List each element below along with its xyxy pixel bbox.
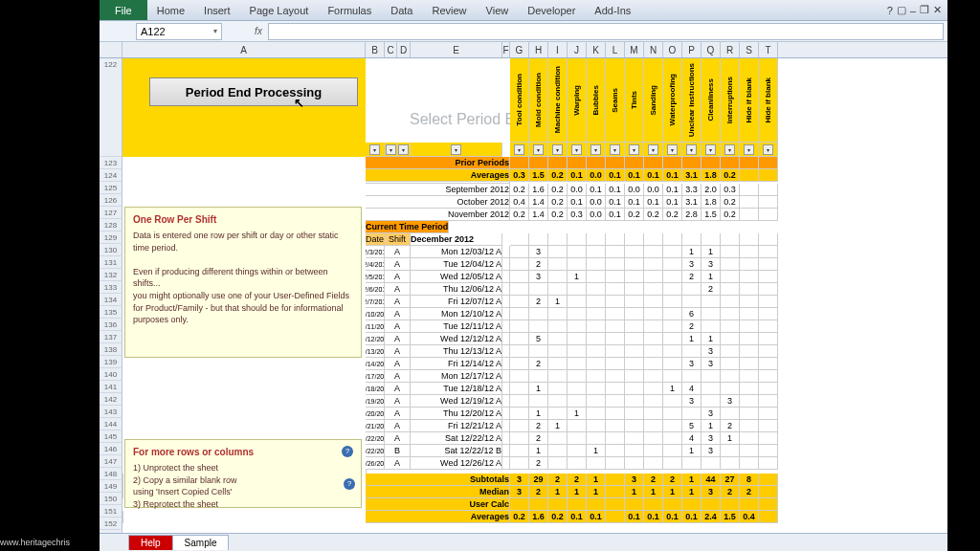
data-cell[interactable]: [548, 308, 568, 320]
data-cell[interactable]: [644, 345, 663, 358]
data-cell[interactable]: [587, 383, 606, 395]
date-cell[interactable]: 12/20/2012: [366, 408, 385, 420]
data-cell[interactable]: [606, 445, 625, 457]
data-cell[interactable]: 2: [529, 296, 548, 308]
data-cell[interactable]: [740, 246, 759, 258]
data-cell[interactable]: 1: [702, 246, 721, 258]
row-header[interactable]: 136: [100, 319, 122, 331]
minimize-icon[interactable]: –: [910, 5, 916, 16]
data-cell[interactable]: [702, 370, 721, 383]
data-cell[interactable]: 1.4: [529, 196, 548, 209]
shift-cell[interactable]: A: [385, 345, 411, 358]
shift-cell[interactable]: A: [385, 432, 411, 445]
data-cell[interactable]: [663, 271, 682, 283]
data-cell[interactable]: 2: [682, 320, 702, 333]
data-cell[interactable]: 1: [682, 246, 702, 258]
data-cell[interactable]: [740, 457, 759, 470]
data-cell[interactable]: [587, 420, 606, 432]
data-cell[interactable]: [721, 345, 740, 358]
data-cell[interactable]: 3: [721, 395, 740, 408]
data-cell[interactable]: [606, 308, 625, 320]
row-header[interactable]: 124: [100, 169, 122, 182]
data-cell[interactable]: [529, 370, 548, 383]
data-cell[interactable]: [510, 420, 529, 432]
ribbon-tab-home[interactable]: Home: [147, 1, 194, 20]
data-cell[interactable]: 0.2: [548, 196, 568, 209]
data-cell[interactable]: [682, 370, 702, 383]
data-cell[interactable]: 1: [529, 383, 548, 395]
filter-button[interactable]: ▾: [686, 144, 697, 155]
data-cell[interactable]: [587, 308, 606, 320]
data-cell[interactable]: [740, 271, 759, 283]
data-cell[interactable]: 0.2: [625, 209, 644, 221]
data-cell[interactable]: 0.2: [548, 209, 568, 221]
column-header[interactable]: R: [721, 42, 740, 57]
data-cell[interactable]: [721, 320, 740, 333]
data-cell[interactable]: [568, 420, 587, 432]
filter-button[interactable]: ▾: [667, 144, 678, 155]
row-header[interactable]: 125: [100, 182, 122, 194]
data-cell[interactable]: 0.1: [568, 196, 587, 209]
row-header[interactable]: 123: [100, 157, 122, 169]
column-header[interactable]: K: [587, 42, 606, 57]
data-cell[interactable]: [625, 320, 644, 333]
column-header[interactable]: E: [411, 42, 502, 57]
data-cell[interactable]: [663, 370, 682, 383]
filter-button[interactable]: ▾: [744, 144, 754, 155]
close-icon[interactable]: ✕: [933, 4, 942, 16]
ribbon-tab-add-ins[interactable]: Add-Ins: [585, 1, 640, 20]
data-cell[interactable]: [510, 246, 529, 258]
data-cell[interactable]: 1: [568, 408, 587, 420]
data-cell[interactable]: 2: [682, 271, 702, 283]
data-cell[interactable]: [740, 296, 759, 308]
data-cell[interactable]: 3: [682, 358, 702, 370]
data-cell[interactable]: [759, 271, 778, 283]
data-cell[interactable]: [644, 432, 663, 445]
row-header[interactable]: 133: [100, 281, 122, 294]
data-cell[interactable]: [529, 308, 548, 320]
data-cell[interactable]: [510, 296, 529, 308]
data-cell[interactable]: 3: [702, 408, 721, 420]
data-cell[interactable]: [548, 445, 568, 457]
row-header[interactable]: 147: [100, 455, 122, 468]
filter-button[interactable]: ▾: [571, 144, 582, 155]
date-cell[interactable]: 12/12/2012: [366, 333, 385, 345]
row-header[interactable]: 132: [100, 269, 122, 281]
data-cell[interactable]: [587, 283, 606, 296]
filter-button[interactable]: ▾: [386, 144, 396, 155]
column-header[interactable]: L: [606, 42, 625, 57]
filter-button[interactable]: ▾: [629, 144, 639, 155]
data-cell[interactable]: [721, 457, 740, 470]
row-header[interactable]: 130: [100, 244, 122, 256]
shift-cell[interactable]: A: [385, 296, 411, 308]
data-cell[interactable]: [568, 296, 587, 308]
file-tab[interactable]: File: [100, 0, 147, 20]
shift-cell[interactable]: A: [385, 370, 411, 383]
column-header[interactable]: S: [740, 42, 759, 57]
data-cell[interactable]: [759, 184, 778, 196]
data-cell[interactable]: [587, 296, 606, 308]
data-cell[interactable]: [644, 457, 663, 470]
data-cell[interactable]: [740, 408, 759, 420]
row-header[interactable]: 122: [100, 58, 122, 157]
data-cell[interactable]: [721, 408, 740, 420]
data-cell[interactable]: [721, 308, 740, 320]
data-cell[interactable]: [740, 432, 759, 445]
data-cell[interactable]: [644, 408, 663, 420]
row-header[interactable]: 131: [100, 256, 122, 269]
data-cell[interactable]: [625, 445, 644, 457]
ribbon-tab-insert[interactable]: Insert: [194, 1, 240, 20]
data-cell[interactable]: [644, 271, 663, 283]
data-cell[interactable]: 5: [682, 420, 702, 432]
row-header[interactable]: 135: [100, 306, 122, 319]
data-cell[interactable]: [740, 209, 759, 221]
data-cell[interactable]: [587, 271, 606, 283]
data-cell[interactable]: 3: [529, 246, 548, 258]
data-cell[interactable]: [759, 358, 778, 370]
data-cell[interactable]: 1: [568, 271, 587, 283]
row-header[interactable]: 127: [100, 207, 122, 219]
data-cell[interactable]: [759, 333, 778, 345]
data-cell[interactable]: [644, 258, 663, 271]
row-header[interactable]: 152: [100, 518, 122, 530]
data-cell[interactable]: [529, 283, 548, 296]
